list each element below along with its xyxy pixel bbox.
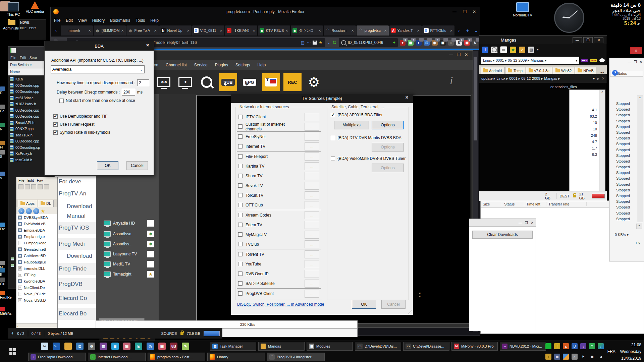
desktop-edge-icon[interactable]: FoxitRe <box>0 291 9 299</box>
tray-icon[interactable]: D <box>572 343 578 349</box>
api-combobox[interactable]: AverMedia ⌄ <box>51 65 145 73</box>
firefox-titlebar[interactable]: progdvb.com - Post a reply - Mozilla Fir… <box>51 7 480 16</box>
status-cell[interactable]: Stopped <box>610 130 638 136</box>
checkbox[interactable] <box>53 122 58 127</box>
maximize-button[interactable]: ❐ <box>634 60 637 64</box>
website-link[interactable]: ProgTV iOS <box>55 222 97 234</box>
task-button[interactable]: ⌒ ProgDVB -Unregister... <box>267 353 325 361</box>
close-button[interactable]: ✕ <box>473 9 476 14</box>
channel-item[interactable]: Medi1 TV <box>96 259 159 269</box>
checkbox[interactable] <box>238 203 243 207</box>
folder-tab[interactable]: Apps <box>18 200 37 207</box>
website-link[interactable]: For deve <box>55 176 97 188</box>
website-link[interactable]: Prog Medi <box>55 238 97 250</box>
close-button-red[interactable]: ✕ <box>630 47 642 54</box>
search-icon[interactable] <box>491 47 497 53</box>
menu-item[interactable]: Edit <box>66 18 73 23</box>
menu-item[interactable]: Sear <box>30 56 37 60</box>
dialog-titlebar[interactable]: BDA ✕ <box>45 41 154 51</box>
info-icon[interactable]: i <box>450 74 453 87</box>
cancel-button[interactable]: Cancel <box>126 161 148 170</box>
desktop-edge-icon[interactable]: MEGAs <box>0 307 9 315</box>
status-cell[interactable]: Stopped <box>610 188 638 194</box>
file-list-item[interactable]: ▣ kworld.eBDA <box>16 278 57 284</box>
file-label[interactable]: or services_files <box>550 85 594 89</box>
scrollbar[interactable]: ∧ <box>637 96 643 222</box>
checkbox[interactable] <box>238 124 243 129</box>
pinned-app-icon[interactable]: ✎ <box>182 343 189 350</box>
device-row[interactable]: {BDA} AF9015 BDA Filter <box>331 113 383 117</box>
task-button[interactable]: ▥ Task Manager <box>210 342 256 351</box>
extension-icon[interactable]: ▣ 3 <box>464 40 470 46</box>
more-options-button[interactable]: ... <box>305 133 319 141</box>
menu-item[interactable]: Tools <box>136 18 145 23</box>
tab-scroll-left-icon[interactable]: ‹ <box>52 28 60 33</box>
ndve-menu-item[interactable]: FILE <box>20 26 26 30</box>
folder-tab[interactable]: DL <box>38 200 54 207</box>
tray-icon[interactable]: ● <box>545 354 551 360</box>
search-icon[interactable] <box>198 73 216 91</box>
status-cell[interactable]: Stopped <box>610 154 638 159</box>
tray-icon[interactable]: ! <box>554 343 560 349</box>
more-options-button[interactable]: ... <box>305 153 319 161</box>
browser-tab[interactable]: ◎ Free To A ✕ <box>126 25 159 36</box>
menu-item[interactable]: Service <box>194 63 208 67</box>
status-cell[interactable]: Stopped <box>610 102 638 107</box>
status-cell[interactable]: Stopped <box>610 182 638 188</box>
folder-tab[interactable]: v7.0.4.3a <box>526 67 552 74</box>
checkbox[interactable] <box>238 115 243 119</box>
browser-tab[interactable]: ◎ [SLIMROM ✕ <box>94 25 126 36</box>
page-actions-icon[interactable]: ⋯ <box>307 40 311 45</box>
menu-item[interactable]: Settings <box>235 63 250 67</box>
menu-item[interactable]: File <box>10 56 16 60</box>
advanced-mode-link[interactable]: DiSEqC Switch, Positioner, ... in Advanc… <box>237 302 324 307</box>
options-button[interactable]: Options <box>372 121 404 129</box>
status-cell[interactable]: Stopped <box>610 148 638 154</box>
file-list-item[interactable]: ▣ Empia.eBDA <box>16 227 57 233</box>
extension-icon[interactable]: ▣ <box>440 40 446 46</box>
menu-item[interactable]: History <box>92 18 105 23</box>
tab-close-icon[interactable]: ✕ <box>88 29 91 33</box>
checkbox[interactable] <box>53 130 58 135</box>
reader-mode-icon[interactable]: ▤ <box>301 40 305 45</box>
teletext-icon[interactable]: T <box>262 73 280 91</box>
extension-icon[interactable]: S 1 <box>456 40 462 46</box>
tray-icon[interactable]: ⚑ <box>580 354 586 360</box>
dialog-titlebar[interactable]: TV Sources (Simple) ✕ <box>231 94 413 103</box>
menu-item[interactable]: Plugins <box>215 63 228 67</box>
minimize-button[interactable]: — <box>519 221 522 225</box>
resize-grip[interactable] <box>409 310 412 314</box>
checkbox[interactable] <box>238 223 243 227</box>
tab-close-icon[interactable]: ✕ <box>253 29 255 33</box>
vlc-icon[interactable]: VLC media <box>25 1 45 13</box>
folder-tab[interactable]: Temp <box>505 67 525 74</box>
help-icon[interactable]: ? <box>612 70 618 76</box>
checkbox[interactable] <box>238 164 243 168</box>
scroll-right-icon[interactable]: ▸ <box>636 224 642 229</box>
checkbox[interactable] <box>59 99 64 103</box>
desktop-edge-icon[interactable]: C= <box>0 278 9 286</box>
menu-item[interactable]: Fav <box>37 178 43 182</box>
ndve-menu-item[interactable]: EDIT <box>29 26 36 30</box>
tab-close-icon[interactable]: ✕ <box>384 29 387 33</box>
urlbar-dropdown-icon[interactable]: ⌄ <box>327 40 330 45</box>
checkbox[interactable] <box>238 281 243 286</box>
status-cell[interactable]: Stopped <box>610 125 638 130</box>
website-link[interactable]: Download <box>55 250 97 262</box>
file-list-item[interactable]: ≡ FFmpegReac <box>16 240 57 246</box>
normaldtv-icon[interactable]: NormalDTV <box>513 2 533 17</box>
go-icon[interactable]: ▶ <box>597 76 599 81</box>
checkbox[interactable] <box>238 232 243 237</box>
desktop-edge-icon[interactable]: Fre <box>0 223 9 231</box>
more-options-button[interactable]: ... <box>305 290 319 298</box>
pinned-app-icon[interactable]: ◎ <box>147 343 154 350</box>
more-options-button[interactable]: ... <box>305 270 319 278</box>
dropdown-icon[interactable]: ▾ <box>576 58 578 63</box>
back-icon[interactable]: ‹ <box>18 208 24 214</box>
file-list-item[interactable]: ▣ Empia-orig.e <box>16 233 57 240</box>
status-cell[interactable]: Stopped <box>610 119 638 125</box>
menu-item[interactable]: Edit <box>28 178 34 182</box>
tool-icon[interactable] <box>38 184 43 189</box>
task-button[interactable]: ▦ Modules <box>307 342 353 351</box>
more-options-button[interactable]: ... <box>305 211 319 219</box>
